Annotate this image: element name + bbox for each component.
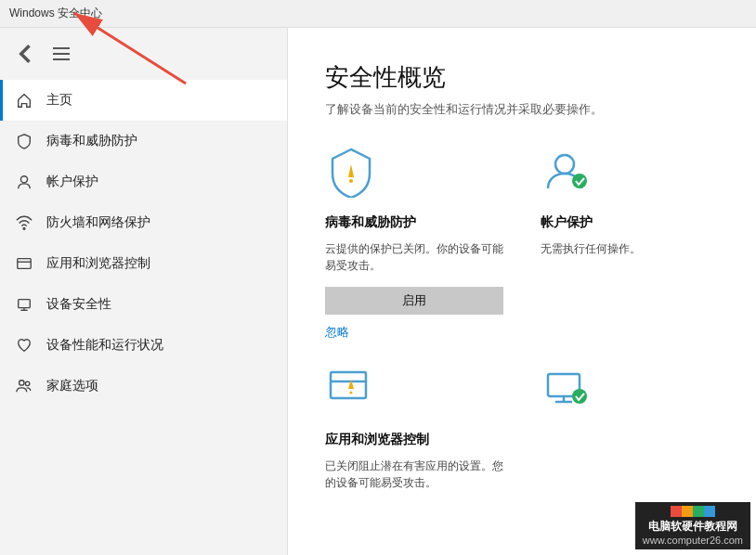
card-app-title: 应用和浏览器控制 (325, 432, 503, 448)
shield-warning-icon (325, 146, 377, 198)
svg-rect-4 (19, 300, 31, 308)
sidebar-label-home: 主页 (46, 92, 72, 109)
svg-point-7 (20, 381, 24, 385)
sidebar-label-appcontrol: 应用和浏览器控制 (46, 255, 150, 272)
svg-point-1 (23, 227, 25, 229)
sidebar-label-virus: 病毒和威胁防护 (46, 133, 137, 149)
home-icon (15, 91, 33, 110)
card-account-desc: 无需执行任何操作。 (541, 240, 719, 257)
sidebar-label-devhealth: 设备性能和运行状况 (46, 337, 163, 354)
sidebar-item-devsecurity[interactable]: 设备安全性 (0, 284, 287, 325)
card-account: 帐户保护 无需执行任何操作。 (541, 146, 719, 341)
card-virus-title: 病毒和威胁防护 (325, 214, 503, 231)
enable-button[interactable]: 启用 (325, 287, 503, 315)
card-account-icon-area (541, 146, 719, 201)
sidebar-label-firewall: 防火墙和网络保护 (46, 214, 150, 231)
sidebar-item-home[interactable]: 主页 (0, 80, 287, 121)
ignore-link[interactable]: 忽略 (325, 324, 503, 341)
family-icon (15, 377, 33, 395)
watermark-line1: 电脑软硬件教程网 (648, 519, 737, 535)
svg-point-20 (572, 389, 587, 404)
page-subtitle: 了解设备当前的安全性和运行情况并采取必要操作。 (325, 101, 719, 118)
card-app-desc: 已关闭阻止潜在有害应用的设置。您的设备可能易受攻击。 (325, 458, 503, 491)
titlebar: Windows 安全中心 (0, 0, 756, 28)
heart-icon (15, 336, 33, 355)
card-virus-desc: 云提供的保护已关闭。你的设备可能易受攻击。 (325, 240, 503, 274)
hamburger-button[interactable] (48, 41, 74, 67)
titlebar-title: Windows 安全中心 (9, 6, 102, 21)
svg-point-11 (555, 155, 574, 174)
devshield-icon (15, 295, 33, 314)
card-app-icon-area (325, 363, 503, 419)
sidebar-item-devhealth[interactable]: 设备性能和运行状况 (0, 325, 287, 366)
watermark: 电脑软硬件教程网 www.computer26.com (635, 502, 750, 549)
wifi-icon (15, 213, 33, 232)
svg-point-10 (349, 179, 353, 183)
cards-grid: 病毒和威胁防护 云提供的保护已关闭。你的设备可能易受攻击。 启用 忽略 帐户保护… (325, 146, 719, 498)
main-content: 安全性概览 了解设备当前的安全性和运行情况并采取必要操作。 病毒和威胁防护 云提… (288, 28, 756, 555)
shield-icon (15, 132, 33, 150)
person-icon (15, 173, 33, 191)
sidebar-top (0, 35, 287, 76)
card-virus: 病毒和威胁防护 云提供的保护已关闭。你的设备可能易受攻击。 启用 忽略 (325, 146, 503, 341)
sidebar-item-family[interactable]: 家庭选项 (0, 366, 287, 407)
back-button[interactable] (13, 41, 39, 67)
watermark-line2: www.computer26.com (643, 535, 743, 546)
svg-point-0 (20, 176, 27, 183)
sidebar-item-account[interactable]: 帐户保护 (0, 161, 287, 202)
card-account-title: 帐户保护 (541, 214, 719, 231)
nav-items: 主页 病毒和威胁防护 帐户保护 (0, 80, 287, 407)
person-ok-icon (541, 146, 593, 198)
card-virus-icon-area (325, 146, 503, 201)
card-device-icon-area (541, 363, 719, 419)
app-warning-icon (325, 363, 377, 415)
sidebar-label-devsecurity: 设备安全性 (46, 296, 111, 313)
sidebar-item-virus[interactable]: 病毒和威胁防护 (0, 121, 287, 161)
sidebar-item-appcontrol[interactable]: 应用和浏览器控制 (0, 243, 287, 284)
svg-marker-9 (348, 164, 354, 177)
svg-point-12 (572, 174, 587, 188)
device-ok-icon (541, 363, 593, 415)
svg-point-16 (350, 392, 353, 394)
svg-rect-13 (331, 372, 366, 398)
page-title: 安全性概览 (325, 61, 719, 94)
sidebar: 主页 病毒和威胁防护 帐户保护 (0, 28, 288, 555)
card-appcontrol: 应用和浏览器控制 已关闭阻止潜在有害应用的设置。您的设备可能易受攻击。 (325, 363, 503, 498)
svg-rect-2 (18, 259, 31, 269)
svg-point-8 (25, 381, 30, 386)
appbrowser-icon (15, 254, 33, 273)
sidebar-label-account: 帐户保护 (46, 174, 98, 190)
sidebar-label-family: 家庭选项 (46, 378, 98, 394)
app-container: 主页 病毒和威胁防护 帐户保护 (0, 28, 756, 555)
sidebar-item-firewall[interactable]: 防火墙和网络保护 (0, 202, 287, 243)
card-device (541, 363, 719, 498)
